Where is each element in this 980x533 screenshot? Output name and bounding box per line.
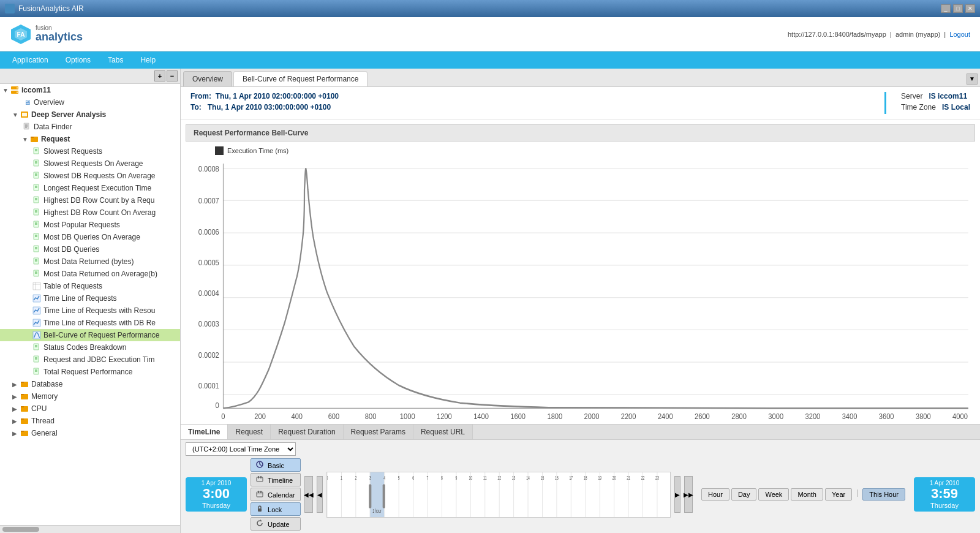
timezone-select[interactable]: (UTC+2:00) Local Time Zone (186, 442, 296, 456)
tree-label-status-codes: Status Codes Breakdown (43, 343, 126, 352)
tree-item-request[interactable]: ▼ Request (0, 133, 180, 145)
main-area: + − ▼ iccom11 🖥 Overview ▼ (0, 69, 980, 533)
tl-tab-request[interactable]: Request (228, 425, 271, 439)
menu-help[interactable]: Help (133, 53, 163, 67)
tree-label-slowest-avg: Slowest Requests On Average (43, 159, 143, 168)
tree-item-most-data[interactable]: Most Data Returned (bytes) (0, 255, 180, 268)
ts-btn-hour[interactable]: Hour (701, 488, 729, 501)
ts-btn-month[interactable]: Month (791, 488, 823, 501)
tree-item-request-jdbc[interactable]: Request and JDBC Execution Tim (0, 353, 180, 366)
tl-tab-timeline[interactable]: TimeLine (181, 425, 228, 439)
menu-options[interactable]: Options (58, 53, 98, 67)
timeline-scroll-left2[interactable]: ◀ (317, 476, 323, 513)
nav-timeline-btn[interactable]: Timeline (251, 473, 301, 486)
nav-update-btn[interactable]: Update (251, 517, 301, 531)
maximize-button[interactable]: □ (953, 4, 963, 13)
request-folder-icon (29, 134, 39, 144)
minimize-button[interactable]: _ (941, 4, 951, 13)
tree-item-timeline-res[interactable]: Time Line of Requests with Resou (0, 304, 180, 317)
toggle-memory[interactable]: ▶ (12, 393, 20, 400)
nav-lock-icon (256, 506, 265, 513)
tree-label-request: Request (41, 135, 70, 143)
svg-point-5 (17, 88, 18, 89)
tree-item-total-req[interactable]: Total Request Performance (0, 366, 180, 378)
hscroll-thumb[interactable] (2, 527, 39, 532)
svg-text:200: 200 (254, 412, 266, 419)
tl-tab-request-params[interactable]: Request Params (344, 425, 413, 439)
tree-item-timeline-req[interactable]: Time Line of Requests (0, 292, 180, 304)
tree-item-general[interactable]: ▶ General (0, 427, 180, 439)
svg-rect-177 (382, 484, 385, 508)
tree-item-highest-db-avg[interactable]: Highest DB Row Count On Averag (0, 206, 180, 219)
toggle-request[interactable]: ▼ (22, 136, 29, 143)
nav-basic-btn[interactable]: Basic (251, 458, 301, 472)
tree-item-most-popular[interactable]: Most Popular Requests (0, 219, 180, 231)
ts-btn-this-hour[interactable]: This Hour (862, 488, 905, 501)
tree-item-most-data-avg[interactable]: Most Data Returned on Average(b) (0, 268, 180, 280)
toggle-general[interactable]: ▶ (12, 430, 20, 437)
timeline-scroll-right[interactable]: ▶ (674, 476, 680, 513)
tree-item-longest-exec[interactable]: Longest Request Execution Time (0, 182, 180, 194)
tree-item-database[interactable]: ▶ Database (0, 378, 180, 390)
tree-item-bellcurve[interactable]: Bell-Curve of Request Performance (0, 329, 180, 341)
from-row: From: Thu, 1 Apr 2010 02:00:00:000 +0100 (190, 92, 884, 100)
time-scale-buttons: Hour Day Week Month Year | This Hour (701, 488, 905, 501)
sidebar-hscroll[interactable] (0, 525, 180, 533)
nav-lock-btn[interactable]: Lock (251, 502, 301, 516)
timezone-row: Time Zone IS Local (901, 103, 970, 112)
tree-item-most-db[interactable]: Most DB Queries (0, 243, 180, 255)
tree-item-thread[interactable]: ▶ Thread (0, 415, 180, 427)
ts-btn-day[interactable]: Day (731, 488, 757, 501)
timeline-track[interactable]: 0 1 2 3 4 5 (326, 472, 671, 518)
toggle-cpu[interactable]: ▶ (12, 406, 20, 412)
timeline-scroll-left[interactable]: ◀◀ (304, 476, 313, 513)
tree-item-table-req[interactable]: Table of Requests (0, 280, 180, 292)
timeline-scroll-right2[interactable]: ▶▶ (684, 476, 693, 513)
toggle-database[interactable]: ▶ (12, 381, 20, 388)
tree-item-timeline-db[interactable]: Time Line of Requests with DB Re (0, 317, 180, 329)
svg-text:3600: 3600 (879, 412, 894, 419)
tl-tab-request-duration[interactable]: Request Duration (271, 425, 343, 439)
nav-calendar-btn[interactable]: Calendar (251, 488, 301, 501)
menu-tabs[interactable]: Tabs (100, 53, 130, 67)
svg-text:13: 13 (511, 474, 515, 480)
tl-tab-request-url[interactable]: Request URL (413, 425, 473, 439)
report-icon-4 (32, 183, 42, 193)
svg-text:1000: 1000 (400, 412, 415, 419)
tree-item-data-finder[interactable]: Data Finder (0, 121, 180, 133)
ts-btn-week[interactable]: Week (758, 488, 789, 501)
close-button[interactable]: ✕ (965, 4, 975, 13)
chart-container: 0.0008 0.0007 0.0006 0.0005 0.0004 0.000… (190, 157, 975, 419)
svg-text:12: 12 (497, 474, 501, 480)
window-controls[interactable]: _ □ ✕ (941, 4, 975, 13)
tabs-expand-btn[interactable]: ▼ (967, 74, 978, 85)
tree-item-deep-server[interactable]: ▼ Deep Server Analysis (0, 108, 180, 121)
sidebar-collapse-btn[interactable]: − (167, 70, 178, 81)
sidebar-tree[interactable]: ▼ iccom11 🖥 Overview ▼ Deep Server Analy… (0, 84, 180, 525)
logout-link[interactable]: Logout (949, 31, 970, 38)
menu-application[interactable]: Application (5, 53, 56, 67)
tree-item-slowest-avg[interactable]: Slowest Requests On Average (0, 157, 180, 170)
chart-icon-1 (32, 293, 42, 303)
tree-item-most-db-avg[interactable]: Most DB Queries On Average (0, 231, 180, 243)
toggle-thread[interactable]: ▶ (12, 418, 20, 425)
content-area: Overview Bell-Curve of Request Performan… (181, 69, 980, 533)
to-row: To: Thu, 1 Apr 2010 03:00:00:000 +0100 (190, 103, 884, 112)
tree-item-highest-db[interactable]: Highest DB Row Count by a Requ (0, 194, 180, 206)
tree-item-iccom11[interactable]: ▼ iccom11 (0, 84, 180, 96)
toggle-iccom11[interactable]: ▼ (2, 87, 10, 94)
tree-item-status-codes[interactable]: Status Codes Breakdown (0, 341, 180, 353)
tree-item-slowest-req[interactable]: Slowest Requests (0, 145, 180, 157)
timeline-nav: 1 Apr 2010 3:00 Thursday Basic (186, 458, 975, 531)
tree-item-cpu[interactable]: ▶ CPU (0, 403, 180, 415)
ts-btn-year[interactable]: Year (825, 488, 852, 501)
tree-item-overview[interactable]: 🖥 Overview (0, 96, 180, 108)
tab-bellcurve[interactable]: Bell-Curve of Request Performance (233, 71, 368, 86)
svg-text:19: 19 (598, 474, 601, 480)
tab-overview[interactable]: Overview (183, 71, 232, 86)
tree-item-memory[interactable]: ▶ Memory (0, 390, 180, 403)
report-icon-3 (32, 171, 42, 181)
sidebar-expand-btn[interactable]: + (154, 70, 165, 81)
tree-item-slowest-db[interactable]: Slowest DB Requests On Average (0, 170, 180, 182)
toggle-deep[interactable]: ▼ (12, 112, 20, 118)
